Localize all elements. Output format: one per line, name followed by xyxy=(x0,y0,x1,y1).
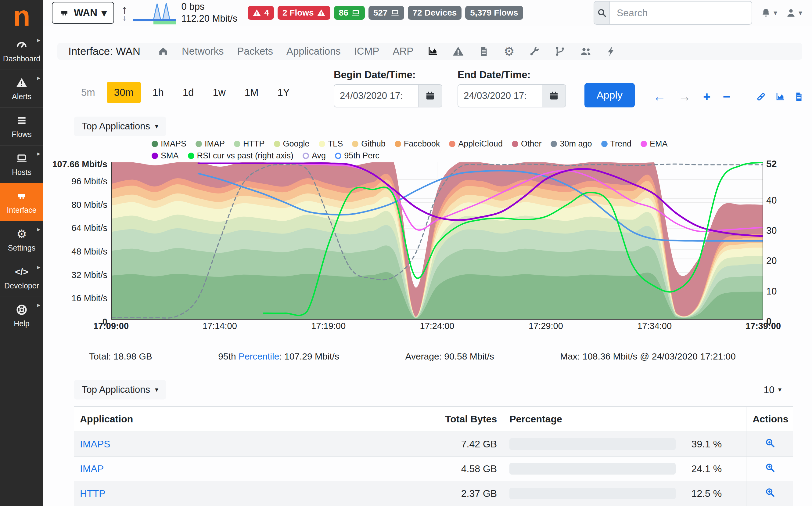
legend-label: 30m ago xyxy=(560,139,592,149)
time-controls: 5m30m1h1d1w1M1Y Begin Date/Time: End Dat… xyxy=(43,60,812,107)
page-title: Interface: WAN xyxy=(68,45,140,57)
notifications-menu[interactable]: ▾ xyxy=(761,8,777,18)
legend-item-http[interactable]: HTTP xyxy=(234,139,265,149)
range-button-1M[interactable]: 1M xyxy=(237,82,266,103)
range-button-1w[interactable]: 1w xyxy=(205,82,233,103)
forward-arrow-icon[interactable]: → xyxy=(672,90,697,103)
top-applications-dropdown[interactable]: Top Applications▾ xyxy=(74,380,166,400)
application-link[interactable]: HTTP xyxy=(80,488,106,499)
throughput-readout: 0 bps 112.20 Mbit/s xyxy=(182,1,238,25)
end-date-input[interactable] xyxy=(458,85,542,107)
sidebar-item-settings[interactable]: ⚙Settings▸ xyxy=(0,221,43,259)
badge-4[interactable]: 4 xyxy=(248,6,274,20)
sidebar-item-developer[interactable]: </>Developer▸ xyxy=(0,259,43,297)
legend-item-appleicloud[interactable]: AppleiCloud xyxy=(449,139,503,149)
legend-item-trend[interactable]: Trend xyxy=(601,139,632,149)
drilldown-search-icon[interactable] xyxy=(765,487,776,498)
user-icon xyxy=(786,8,796,18)
legend-item-tls[interactable]: TLS xyxy=(319,139,343,149)
file-icon[interactable] xyxy=(478,46,490,57)
traffic-chart: 107.66 Mbit/s96 Mbit/s80 Mbit/s64 Mbit/s… xyxy=(43,161,812,320)
nav-link-icmp[interactable]: ICMP xyxy=(354,46,380,57)
legend-item-google[interactable]: Google xyxy=(274,139,310,149)
search-input[interactable] xyxy=(610,2,751,24)
badge-72-devices[interactable]: 72 Devices xyxy=(408,6,462,20)
range-button-30m[interactable]: 30m xyxy=(107,82,141,103)
badge-5-379-flows[interactable]: 5,379 Flows xyxy=(465,6,523,20)
legend-label: Google xyxy=(283,139,310,149)
back-arrow-icon[interactable]: ← xyxy=(647,90,672,103)
chevron-down-icon: ▾ xyxy=(799,9,802,17)
zoom-out-icon[interactable]: − xyxy=(717,90,736,103)
legend-item-facebook[interactable]: Facebook xyxy=(395,139,440,149)
legend-item-30m-ago[interactable]: 30m ago xyxy=(550,139,592,149)
sidebar-item-dashboard[interactable]: Dashboard▸ xyxy=(0,32,43,70)
nav-link-arp[interactable]: ARP xyxy=(393,46,413,57)
permalink-icon[interactable] xyxy=(751,92,771,102)
top-applications-dropdown[interactable]: Top Applications▾ xyxy=(74,116,166,136)
page-size-selector[interactable]: 10▾ xyxy=(764,384,782,396)
legend-item-github[interactable]: Github xyxy=(352,139,386,149)
application-link[interactable]: IMAPS xyxy=(80,438,110,449)
drilldown-search-icon[interactable] xyxy=(765,437,776,448)
legend-item-rsi-cur-vs-past-right-axis-[interactable]: RSI cur vs past (right axis) xyxy=(188,151,294,161)
range-button-1h[interactable]: 1h xyxy=(145,82,171,103)
chart-plot-area xyxy=(111,162,763,320)
calendar-icon[interactable] xyxy=(542,85,566,107)
sidebar-item-hosts[interactable]: Hosts▸ xyxy=(0,145,43,183)
application-link[interactable]: IMAP xyxy=(80,463,104,474)
warning-icon[interactable] xyxy=(452,46,464,57)
badge-2-flows[interactable]: 2 Flows xyxy=(278,6,330,20)
calendar-icon[interactable] xyxy=(418,85,442,107)
sidebar-item-help[interactable]: Help▸ xyxy=(0,297,43,334)
search-icon[interactable] xyxy=(594,2,610,24)
sidebar-item-interface[interactable]: Interface xyxy=(0,183,43,221)
x-axis-tick: 17:14:00 xyxy=(203,321,237,331)
gear-icon[interactable]: ⚙ xyxy=(504,45,515,57)
sidebar-item-alerts[interactable]: Alerts▸ xyxy=(0,70,43,107)
report-icon[interactable] xyxy=(790,92,808,102)
legend-swatch xyxy=(601,141,608,147)
x-axis-tick: 17:29:00 xyxy=(529,321,563,331)
branch-icon[interactable] xyxy=(554,46,566,57)
percentage-cell: 12.5 % xyxy=(509,488,740,499)
left-axis-tick: 64 Mbit/s xyxy=(71,223,107,233)
nav-link-applications[interactable]: Applications xyxy=(286,46,341,57)
nav-link-packets[interactable]: Packets xyxy=(237,46,273,57)
badge-86[interactable]: 86 xyxy=(334,6,365,20)
legend-swatch xyxy=(274,141,280,147)
wrench-icon[interactable] xyxy=(529,46,540,57)
sidebar-item-flows[interactable]: Flows xyxy=(0,107,43,145)
badge-527[interactable]: 527 xyxy=(369,6,404,20)
chart-area-icon[interactable] xyxy=(427,46,438,57)
home-icon[interactable] xyxy=(158,46,168,57)
bolt-icon[interactable] xyxy=(606,46,617,57)
percentile-link[interactable]: Percentile xyxy=(238,351,279,361)
gauge-icon xyxy=(15,38,28,51)
legend-item-imap[interactable]: IMAP xyxy=(196,139,225,149)
legend-item-imaps[interactable]: IMAPS xyxy=(151,139,186,149)
range-button-1Y[interactable]: 1Y xyxy=(270,82,297,103)
sidebar-item-label: Flows xyxy=(12,130,31,139)
legend-swatch xyxy=(151,141,158,147)
user-menu[interactable]: ▾ xyxy=(786,8,802,18)
legend-item-95th-perc[interactable]: 95th Perc xyxy=(335,151,380,161)
legend-swatch xyxy=(188,153,194,159)
range-button-1d[interactable]: 1d xyxy=(175,82,201,103)
interface-selector[interactable]: WAN ▾ xyxy=(52,2,114,24)
range-button-5m[interactable]: 5m xyxy=(74,82,102,103)
chart-icon[interactable] xyxy=(771,92,790,102)
legend-item-sma[interactable]: SMA xyxy=(151,151,179,161)
begin-date-input[interactable] xyxy=(334,85,418,107)
ethernet-icon xyxy=(15,190,28,203)
legend-label: Github xyxy=(361,139,386,149)
legend-item-avg[interactable]: Avg xyxy=(303,151,326,161)
zoom-in-icon[interactable]: + xyxy=(697,90,717,103)
nav-link-networks[interactable]: Networks xyxy=(182,46,224,57)
users-icon[interactable] xyxy=(580,46,592,57)
drilldown-search-icon[interactable] xyxy=(765,462,776,473)
app-logo[interactable]: n xyxy=(0,0,43,32)
legend-item-other[interactable]: Other xyxy=(512,139,542,149)
legend-item-ema[interactable]: EMA xyxy=(640,139,668,149)
apply-button[interactable]: Apply xyxy=(585,83,635,107)
